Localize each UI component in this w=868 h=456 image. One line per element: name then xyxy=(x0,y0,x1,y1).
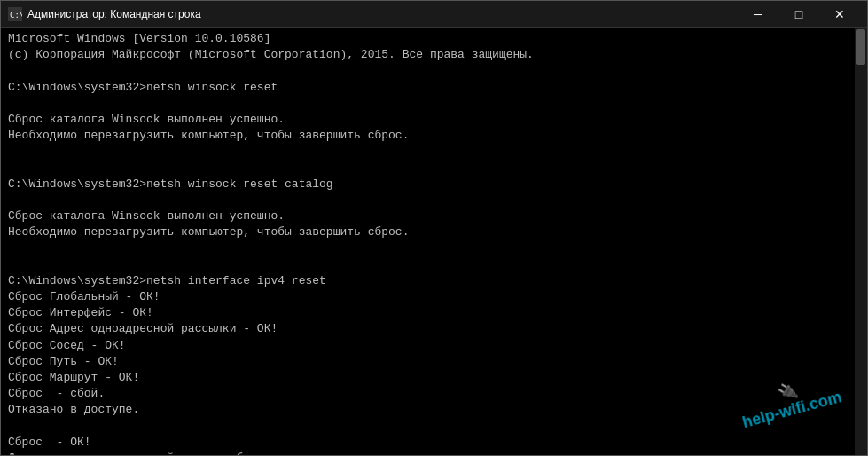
cmd-icon: C:\ xyxy=(8,7,22,21)
window-title: Администратор: Командная строка xyxy=(27,8,738,20)
minimize-button[interactable]: ─ xyxy=(738,1,778,28)
scrollbar-thumb[interactable] xyxy=(856,29,865,65)
scrollbar[interactable] xyxy=(855,28,867,455)
cmd-window: C:\ Администратор: Командная строка ─ □ … xyxy=(0,0,868,456)
maximize-button[interactable]: □ xyxy=(778,1,819,28)
terminal-output[interactable]: Microsoft Windows [Version 10.0.10586] (… xyxy=(1,28,855,455)
window-controls: ─ □ ✕ xyxy=(738,1,860,28)
title-bar: C:\ Администратор: Командная строка ─ □ … xyxy=(1,1,867,28)
close-button[interactable]: ✕ xyxy=(819,1,860,28)
content-area: Microsoft Windows [Version 10.0.10586] (… xyxy=(1,28,867,455)
svg-text:C:\: C:\ xyxy=(10,11,22,20)
